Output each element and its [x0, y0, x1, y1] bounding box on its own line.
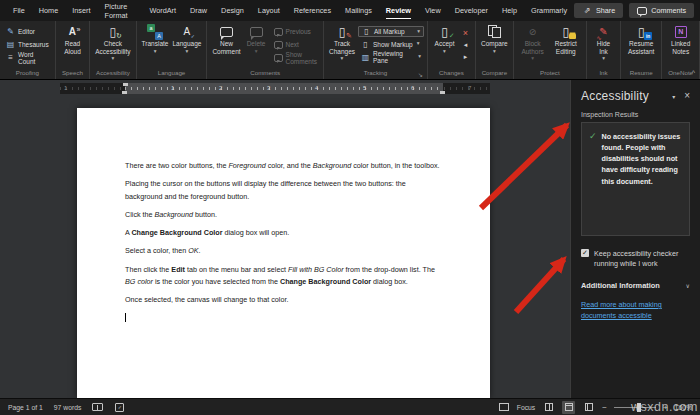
show-markup-icon [361, 40, 370, 49]
previous-change-button[interactable] [459, 39, 472, 50]
keep-running-label: Keep accessibility checker running while… [594, 249, 690, 270]
check-icon: ✓ [589, 132, 597, 141]
menu-item-picture-format[interactable]: Picture Format [97, 0, 142, 21]
document-paragraph[interactable]: Click the Background button. [125, 209, 444, 221]
document-paragraph[interactable]: There are two color buttons, the Foregro… [125, 160, 444, 172]
menu-item-insert[interactable]: Insert [65, 0, 97, 21]
word-count[interactable]: 97 words [54, 404, 82, 411]
restrict-editing-button[interactable]: Restrict Editing [549, 23, 584, 66]
hide-ink-label: Hide Ink [592, 40, 615, 55]
language-button[interactable]: Language▾ [170, 23, 203, 66]
linked-notes-button[interactable]: Linked Notes [665, 23, 696, 66]
ribbon-group-label: Speech [62, 69, 83, 76]
web-layout-icon [585, 403, 593, 411]
page-indicator[interactable]: Page 1 of 1 [8, 404, 43, 411]
focus-label[interactable]: Focus [517, 404, 536, 411]
menu-item-mailings[interactable]: Mailings [338, 0, 379, 21]
new-comment-icon [218, 24, 234, 39]
thesaurus-button[interactable]: Thesaurus [3, 39, 52, 51]
ribbon-group-label: Changes [439, 69, 464, 76]
read-aloud-label: Read Aloud [61, 40, 84, 55]
document-paragraph[interactable]: Select a color, then OK. [125, 245, 444, 257]
ribbon-group-speech: Read AloudSpeech [56, 21, 90, 79]
word-count-button[interactable]: Word Count [3, 52, 52, 64]
proofing-status-icon[interactable] [92, 402, 103, 413]
next-change-button[interactable] [459, 51, 472, 62]
restrict-editing-label: Restrict Editing [551, 40, 582, 55]
horizontal-ruler[interactable]: 11234567 [60, 83, 490, 94]
comments-button[interactable]: Comments [629, 3, 694, 18]
word-count-label: Word Count [18, 51, 49, 65]
check-accessibility-button[interactable]: Check Accessibility▾ [93, 23, 132, 66]
reviewing-pane-button[interactable]: Reviewing Pane▾ [358, 51, 424, 63]
menu-item-developer[interactable]: Developer [448, 0, 495, 21]
show-comments-button[interactable]: Show Comments [271, 52, 320, 64]
menu-item-references[interactable]: References [287, 0, 338, 21]
delete-label: Delete [247, 40, 266, 48]
document-body: There are two color buttons, the Foregro… [77, 108, 490, 307]
previous-button[interactable]: Previous [271, 26, 320, 38]
translate-button[interactable]: Translate▾ [140, 23, 171, 66]
word-count-icon [6, 53, 15, 62]
menu-item-view[interactable]: View [418, 0, 448, 21]
accept-button[interactable]: Accept▾ [431, 23, 458, 66]
menubar: FileHomeInsertPicture FormatWordArtDrawD… [0, 0, 700, 21]
dropdown-caret-icon: ▾ [443, 49, 446, 55]
all-markup-button[interactable]: All Markup▾ [358, 26, 424, 37]
new-comment-button[interactable]: New Comment [210, 23, 242, 66]
compare-button[interactable]: Compare▾ [479, 23, 510, 66]
panel-dropdown-icon[interactable]: ▾ [672, 93, 675, 100]
dropdown-caret-icon: ▾ [531, 56, 534, 62]
hanging-indent-marker[interactable] [122, 91, 127, 94]
right-indent-marker[interactable] [440, 91, 445, 94]
ribbon-group-label: Protect [540, 69, 560, 76]
reject-button[interactable] [459, 27, 472, 38]
print-layout-button[interactable] [562, 401, 575, 414]
read-aloud-button[interactable]: Read Aloud [59, 23, 86, 66]
document-page[interactable]: There are two color buttons, the Foregro… [77, 108, 490, 398]
accessibility-status-icon[interactable] [114, 402, 125, 413]
editor-icon [6, 27, 15, 36]
document-paragraph[interactable]: Then click the Edit tab on the menu bar … [125, 264, 444, 289]
ribbon-group-changes: Accept▾Changes [428, 21, 476, 79]
menu-item-design[interactable]: Design [214, 0, 251, 21]
menu-item-file[interactable]: File [6, 0, 32, 21]
track-changes-button[interactable]: Track Changes▾ [327, 23, 357, 66]
read-more-link[interactable]: Read more about making documents accessi… [581, 299, 687, 322]
hide-ink-button[interactable]: Hide Ink▾ [590, 23, 617, 66]
menu-item-draw[interactable]: Draw [183, 0, 214, 21]
block-authors-button[interactable]: Block Authors▾ [517, 23, 549, 66]
keep-running-checkbox[interactable]: ✓ [581, 249, 589, 257]
document-paragraph[interactable]: Once selected, the canvas will change to… [125, 294, 444, 306]
panel-close-icon[interactable]: × [684, 91, 690, 101]
editor-button[interactable]: Editor [3, 26, 52, 38]
dialog-launcher-icon[interactable] [416, 70, 424, 78]
menu-item-layout[interactable]: Layout [251, 0, 287, 21]
keep-running-row: ✓ Keep accessibility checker running whi… [581, 249, 690, 270]
read-mode-button[interactable] [542, 401, 555, 414]
document-paragraph[interactable]: A Change Background Color dialog box wil… [125, 227, 444, 239]
menu-item-grammarly[interactable]: Grammarly [524, 0, 574, 21]
next-button[interactable]: Next [271, 39, 320, 51]
next-change-icon [458, 50, 474, 63]
web-layout-button[interactable] [582, 401, 595, 414]
menu-item-wordart[interactable]: WordArt [142, 0, 183, 21]
additional-information-row[interactable]: Additional Information ∨ [581, 281, 690, 290]
menu-item-review[interactable]: Review [379, 0, 418, 21]
resume-assistant-button[interactable]: Resume Assistant [624, 23, 658, 66]
zoom-out-button[interactable]: − [602, 403, 607, 412]
text-cursor [125, 313, 126, 322]
dropdown-caret-icon: ▾ [418, 54, 421, 60]
show-markup-button[interactable]: Show Markup▾ [358, 38, 424, 50]
share-button[interactable]: Share [574, 3, 623, 18]
delete-button[interactable]: Delete▾ [243, 23, 270, 66]
thesaurus-label: Thesaurus [18, 41, 49, 48]
document-paragraph[interactable]: Placing the cursor on the buttons will d… [125, 178, 444, 203]
markup-level-icon [362, 27, 371, 36]
focus-icon[interactable] [499, 402, 510, 413]
collapse-ribbon-icon[interactable]: ^ [692, 69, 695, 76]
additional-information-label: Additional Information [581, 281, 660, 290]
menu-item-help[interactable]: Help [495, 0, 524, 21]
menu-item-home[interactable]: Home [32, 0, 65, 21]
left-indent-marker[interactable] [123, 83, 128, 86]
